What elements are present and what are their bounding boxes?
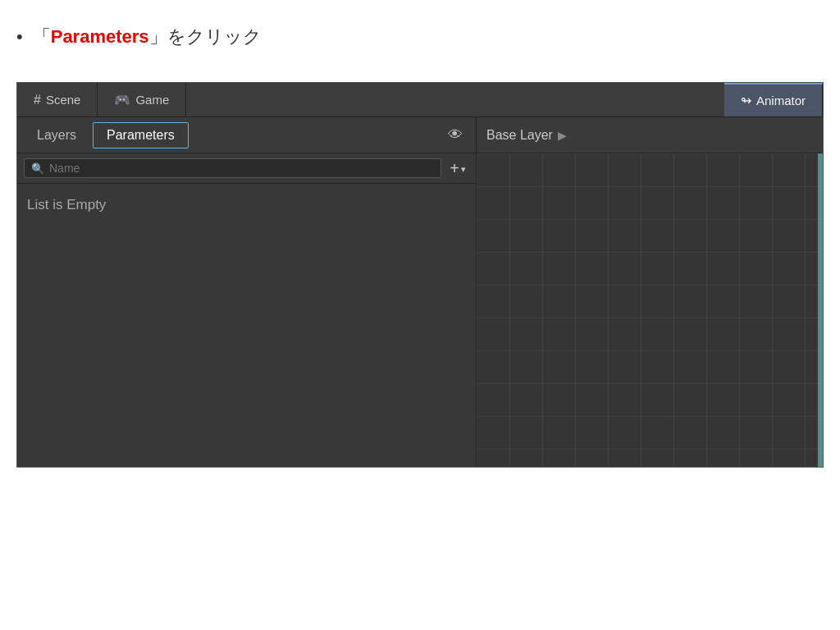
unity-editor: # Scene 🎮 Game ↬ Animator Layers (16, 82, 824, 468)
breadcrumb-arrow-icon: ▶ (558, 129, 567, 142)
scrollbar[interactable] (818, 153, 823, 467)
list-empty-text: List is Empty (27, 197, 106, 213)
subtab-layers[interactable]: Layers (24, 122, 89, 148)
sub-tab-bar: Layers Parameters 👁 (17, 117, 476, 153)
tab-game[interactable]: 🎮 Game (98, 83, 186, 116)
animator-canvas[interactable] (477, 153, 823, 467)
search-bar: 🔍 + ▾ (17, 153, 476, 184)
instruction-prefix: 「 (33, 26, 51, 47)
tab-scene-label: Scene (46, 93, 81, 107)
add-button[interactable]: + ▾ (446, 159, 469, 178)
breadcrumb: Base Layer ▶ (486, 128, 567, 143)
left-panel: Layers Parameters 👁 🔍 (17, 117, 477, 467)
instruction-suffix: 」をクリック (149, 26, 262, 47)
subtab-parameters-label: Parameters (107, 128, 175, 143)
tab-animator-label: Animator (756, 94, 806, 107)
instruction-line: • 「Parameters」をクリック (16, 25, 824, 49)
main-content: Layers Parameters 👁 🔍 (17, 117, 823, 467)
tab-bar: # Scene 🎮 Game ↬ Animator (17, 83, 823, 117)
dropdown-arrow-icon: ▾ (461, 164, 466, 175)
subtab-layers-label: Layers (37, 128, 76, 143)
tab-game-label: Game (135, 93, 169, 107)
bullet: • (16, 26, 23, 48)
tab-animator[interactable]: ↬ Animator (724, 83, 823, 116)
right-panel: Base Layer ▶ (477, 117, 823, 467)
list-area: List is Empty (17, 184, 476, 467)
add-icon: + (450, 159, 459, 178)
instruction-keyword: Parameters (51, 26, 149, 47)
scene-icon: # (34, 93, 41, 107)
game-icon: 🎮 (114, 92, 130, 107)
instruction-text: 「Parameters」をクリック (33, 25, 262, 49)
breadcrumb-text: Base Layer (486, 128, 553, 143)
eye-icon: 👁 (448, 126, 463, 144)
eye-icon-button[interactable]: 👁 (441, 126, 469, 144)
tab-scene[interactable]: # Scene (17, 83, 98, 116)
search-input[interactable] (49, 162, 434, 175)
subtab-parameters[interactable]: Parameters (93, 122, 189, 148)
breadcrumb-bar: Base Layer ▶ (477, 117, 823, 153)
animator-icon: ↬ (741, 93, 751, 108)
page-container: • 「Parameters」をクリック # Scene 🎮 Game ↬ Ani… (0, 0, 840, 630)
search-icon: 🔍 (31, 162, 44, 175)
search-input-wrap: 🔍 (24, 158, 441, 178)
